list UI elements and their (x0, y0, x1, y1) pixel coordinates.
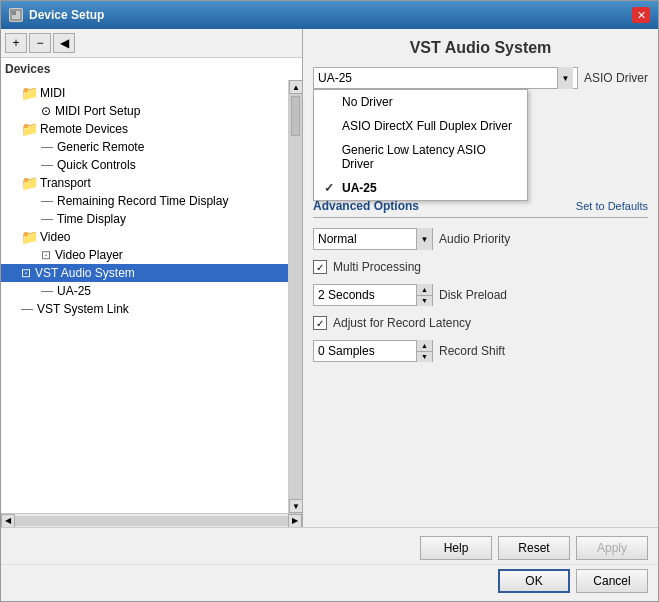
scroll-thumb[interactable] (291, 96, 300, 136)
multi-processing-label: Multi Processing (333, 260, 421, 274)
driver-dropdown-menu[interactable]: No Driver ASIO DirectX Full Duplex Drive… (313, 89, 528, 201)
set-defaults-link[interactable]: Set to Defaults (576, 200, 648, 212)
driver-option-generic-low[interactable]: Generic Low Latency ASIO Driver (314, 138, 527, 176)
scroll-up-btn[interactable]: ▲ (289, 80, 302, 94)
tree-item-label: MIDI Port Setup (55, 104, 140, 118)
disk-preload-spinner-btns[interactable]: ▲ ▼ (416, 284, 432, 306)
device-setup-window: Device Setup ✕ + − ◀ Devices 📁 MIDI (0, 0, 659, 602)
driver-row: UA-25 ▼ No Driver ASIO DirectX Full Dupl… (313, 67, 648, 89)
tree-item-label: MIDI (40, 86, 65, 100)
help-button[interactable]: Help (420, 536, 492, 560)
h-scroll-track[interactable] (15, 516, 288, 526)
bottom-bar: Help Reset Apply OK Cancel (1, 527, 658, 601)
audio-priority-arrow-icon[interactable]: ▼ (416, 228, 432, 250)
horizontal-scrollbar[interactable]: ◀ ▶ (1, 513, 302, 527)
item-icon: ⊡ (41, 248, 51, 262)
title-bar: Device Setup ✕ (1, 1, 658, 29)
tree-item-vst-audio[interactable]: ⊡ VST Audio System (1, 264, 288, 282)
scroll-track[interactable] (289, 94, 302, 499)
ok-button[interactable]: OK (498, 569, 570, 593)
vertical-scrollbar[interactable]: ▲ ▼ (288, 80, 302, 513)
item-icon: — (41, 212, 53, 226)
back-button[interactable]: ◀ (53, 33, 75, 53)
left-panel: + − ◀ Devices 📁 MIDI ⊙ MIDI Port Setup (1, 29, 303, 527)
tree-item-vst-system-link[interactable]: — VST System Link (1, 300, 288, 318)
audio-priority-value: Normal (314, 230, 416, 248)
dropdown-arrow-icon[interactable]: ▼ (557, 67, 573, 89)
scroll-down-btn[interactable]: ▼ (289, 499, 302, 513)
audio-priority-dropdown[interactable]: Normal ▼ (313, 228, 433, 250)
item-icon: — (41, 194, 53, 208)
apply-button[interactable]: Apply (576, 536, 648, 560)
record-shift-value: 0 Samples (314, 342, 416, 360)
window-icon (9, 8, 23, 22)
remove-button[interactable]: − (29, 33, 51, 53)
disk-preload-value: 2 Seconds (314, 286, 416, 304)
asio-driver-label: ASIO Driver (584, 71, 648, 85)
item-icon: — (41, 284, 53, 298)
tree-item-video-player[interactable]: ⊡ Video Player (1, 246, 288, 264)
check-icon (324, 95, 338, 109)
tree-item-generic-remote[interactable]: — Generic Remote (1, 138, 288, 156)
adjust-latency-checkbox[interactable]: ✓ (313, 316, 327, 330)
tree-item-ua25[interactable]: — UA-25 (1, 282, 288, 300)
driver-option-ua25[interactable]: ✓ UA-25 (314, 176, 527, 200)
option-label: UA-25 (342, 181, 377, 195)
disk-preload-down-btn[interactable]: ▼ (417, 296, 432, 307)
driver-dropdown[interactable]: UA-25 ▼ (313, 67, 578, 89)
add-button[interactable]: + (5, 33, 27, 53)
record-shift-up-btn[interactable]: ▲ (417, 340, 432, 352)
record-shift-spinner[interactable]: 0 Samples ▲ ▼ (313, 340, 433, 362)
option-label: No Driver (342, 95, 393, 109)
driver-option-asio-directx[interactable]: ASIO DirectX Full Duplex Driver (314, 114, 527, 138)
cancel-button[interactable]: Cancel (576, 569, 648, 593)
scroll-left-btn[interactable]: ◀ (1, 514, 15, 528)
close-button[interactable]: ✕ (632, 7, 650, 23)
tree-item-transport[interactable]: 📁 Transport (1, 174, 288, 192)
disk-preload-label: Disk Preload (439, 288, 507, 302)
tree-item-quick-controls[interactable]: — Quick Controls (1, 156, 288, 174)
disk-preload-up-btn[interactable]: ▲ (417, 284, 432, 296)
title-bar-left: Device Setup (9, 8, 104, 22)
record-shift-down-btn[interactable]: ▼ (417, 352, 432, 363)
tree-item-label: Video Player (55, 248, 123, 262)
scroll-right-btn[interactable]: ▶ (288, 514, 302, 528)
audio-priority-row: Normal ▼ Audio Priority (313, 228, 648, 250)
record-shift-row: 0 Samples ▲ ▼ Record Shift (313, 340, 648, 362)
record-shift-label: Record Shift (439, 344, 505, 358)
tree-item-label: Generic Remote (57, 140, 144, 154)
tree-item-label: UA-25 (57, 284, 91, 298)
disk-preload-spinner[interactable]: 2 Seconds ▲ ▼ (313, 284, 433, 306)
tree-item-video[interactable]: 📁 Video (1, 228, 288, 246)
item-icon: — (21, 302, 33, 316)
action-row: Help Reset Apply (1, 528, 658, 564)
tree-item-midi[interactable]: 📁 MIDI (1, 84, 288, 102)
tree-item-label: Remote Devices (40, 122, 128, 136)
main-content: + − ◀ Devices 📁 MIDI ⊙ MIDI Port Setup (1, 29, 658, 527)
disk-preload-row: 2 Seconds ▲ ▼ Disk Preload (313, 284, 648, 306)
toolbar: + − ◀ (1, 29, 302, 58)
tree-item-remote-devices[interactable]: 📁 Remote Devices (1, 120, 288, 138)
option-label: Generic Low Latency ASIO Driver (342, 143, 517, 171)
option-label: ASIO DirectX Full Duplex Driver (342, 119, 512, 133)
devices-label: Devices (1, 58, 302, 80)
folder-icon: 📁 (21, 86, 37, 100)
tree-item-time-display[interactable]: — Time Display (1, 210, 288, 228)
tree-item-label: VST Audio System (35, 266, 135, 280)
right-panel: VST Audio System UA-25 ▼ No Driver (303, 29, 658, 527)
folder-icon: 📁 (21, 122, 37, 136)
check-icon (324, 119, 338, 133)
tree-item-label: Quick Controls (57, 158, 136, 172)
tree-item-midi-port-setup[interactable]: ⊙ MIDI Port Setup (1, 102, 288, 120)
driver-option-no-driver[interactable]: No Driver (314, 90, 527, 114)
adjust-latency-row: ✓ Adjust for Record Latency (313, 316, 648, 330)
tree-item-label: Remaining Record Time Display (57, 194, 228, 208)
window-title: Device Setup (29, 8, 104, 22)
multi-processing-checkbox[interactable]: ✓ (313, 260, 327, 274)
tree-area[interactable]: 📁 MIDI ⊙ MIDI Port Setup 📁 Remote Device… (1, 80, 288, 513)
tree-item-remaining[interactable]: — Remaining Record Time Display (1, 192, 288, 210)
confirm-row: OK Cancel (1, 564, 658, 601)
reset-button[interactable]: Reset (498, 536, 570, 560)
record-shift-spinner-btns[interactable]: ▲ ▼ (416, 340, 432, 362)
advanced-options-header: Advanced Options Set to Defaults (313, 199, 648, 218)
